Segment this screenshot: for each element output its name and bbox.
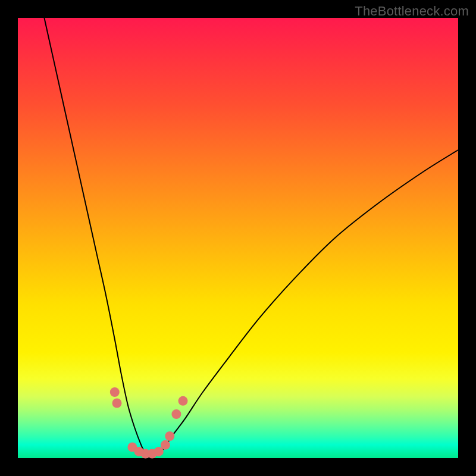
curve-marker <box>178 396 188 406</box>
curve-marker <box>165 431 174 441</box>
curve-path <box>44 18 458 458</box>
curve-marker <box>171 409 181 419</box>
watermark-text: TheBottleneck.com <box>355 4 469 19</box>
marker-group <box>110 387 188 459</box>
curve-marker <box>112 399 122 408</box>
chart-frame: TheBottleneck.com <box>0 0 476 476</box>
curve-marker <box>110 387 120 397</box>
bottleneck-curve <box>18 18 458 458</box>
curve-marker <box>161 440 170 450</box>
